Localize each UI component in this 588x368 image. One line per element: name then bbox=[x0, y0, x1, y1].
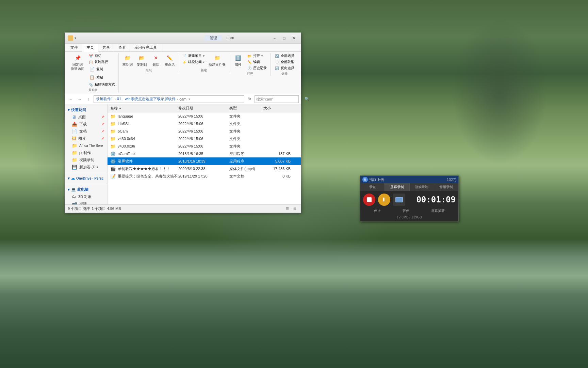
back-button[interactable]: ← bbox=[67, 95, 75, 103]
refresh-button[interactable]: ↻ bbox=[246, 95, 253, 103]
screen-capture-button[interactable] bbox=[393, 194, 405, 206]
minimize-button[interactable]: − bbox=[270, 35, 279, 42]
maximize-button[interactable]: □ bbox=[280, 35, 289, 42]
cut-label: 剪切 bbox=[95, 53, 101, 58]
this-pc-header[interactable]: ▾ 💻 此电脑 bbox=[65, 186, 107, 193]
manage-tab-title: 管理 bbox=[205, 35, 222, 41]
easy-access-btn[interactable]: ⚡ 轻松访问 ▾ bbox=[181, 59, 206, 65]
col-name-label: 名称 bbox=[110, 106, 118, 111]
close-button[interactable]: ✕ bbox=[289, 35, 298, 42]
sidebar-item-documents[interactable]: 📄 文档 bbox=[65, 128, 107, 135]
rw-tab-game[interactable]: 游戏录制 bbox=[410, 183, 434, 191]
tab-view[interactable]: 查看 bbox=[114, 44, 130, 51]
sidebar-item-drive-d[interactable]: 💾 新加卷 (D:) bbox=[65, 164, 107, 171]
rw-logo-text: 鱼 bbox=[364, 178, 366, 182]
rw-storage: 12.6MB / 139GB bbox=[360, 215, 458, 221]
table-row[interactable]: 📁 language 2022/4/6 15:06 文件夹 bbox=[108, 112, 301, 120]
select-all-btn[interactable]: ☑️ 全部选择 bbox=[273, 53, 296, 59]
address-path[interactable]: 录屏软件1 › 01、win系统点击这里下载录屏软件 › cam ▾ bbox=[94, 95, 244, 103]
sidebar-item-video-record[interactable]: 📁 视频录制 bbox=[65, 156, 107, 164]
path-dropdown-arrow[interactable]: ▾ bbox=[189, 97, 190, 101]
search-input[interactable] bbox=[256, 97, 303, 101]
clipboard-btns: ✂️ 剪切 📋 复制路径 📄 复制 📋 粘 bbox=[87, 53, 116, 87]
copy-icon: 📄 bbox=[88, 66, 95, 73]
new-item-btn[interactable]: 📄 新建项目 ▾ bbox=[181, 53, 206, 59]
file-size-cell: 5,087 KB bbox=[263, 159, 291, 163]
file-name-cell: 📁 oCam bbox=[110, 129, 178, 134]
table-row[interactable]: 📁 v430.0x64 2022/4/6 15:06 文件夹 bbox=[108, 135, 301, 142]
col-header-date[interactable]: 修改日期 bbox=[178, 106, 229, 111]
history-btn[interactable]: 🕐 历史记录 bbox=[246, 65, 268, 71]
video-record-folder-icon: 📁 bbox=[72, 157, 77, 163]
paste-btn[interactable]: 📋 粘贴 bbox=[87, 74, 116, 81]
recording-widget: 鱼 指旋上传 1027) 录鱼 屏幕录制 游戏录制 音频录制 ⏸ 00:01:0… bbox=[360, 175, 459, 221]
pin-label: 固定到快速访问 bbox=[71, 63, 84, 71]
ribbon-content: 📌 固定到快速访问 ✂️ 剪切 📋 复制路径 📄 bbox=[65, 52, 301, 94]
col-header-size[interactable]: 大小 bbox=[263, 106, 291, 111]
copy-path-btn[interactable]: 📋 复制路径 bbox=[87, 59, 116, 65]
rename-btn[interactable]: ✏️ 重命名 bbox=[163, 53, 176, 67]
sidebar-item-3d[interactable]: 🗂 3D 对象 bbox=[65, 193, 107, 200]
select-all-label: 全部选择 bbox=[281, 53, 294, 58]
file-type-cell: 文本文档 bbox=[229, 174, 263, 179]
sidebar-item-desktop[interactable]: 🖥 桌面 bbox=[65, 113, 107, 121]
table-row[interactable]: ⚙️ 录屏软件 2018/1/16 18:39 应用程序 5,087 KB bbox=[108, 157, 301, 165]
table-row[interactable]: 📁 oCam 2022/4/6 15:06 文件夹 bbox=[108, 127, 301, 135]
sidebar-item-pictures[interactable]: 🖼 图片 bbox=[65, 135, 107, 142]
delete-btn[interactable]: ✕ 删除 bbox=[150, 53, 162, 67]
tab-home[interactable]: 主页 bbox=[82, 44, 98, 52]
sidebar-item-downloads[interactable]: 📥 下载 bbox=[65, 121, 107, 128]
main-content: ▾ 快速访问 🖥 桌面 📥 下载 📄 文档 🖼 图片 bbox=[65, 104, 301, 204]
table-row[interactable]: ⚙️ oCamTask 2018/1/8 16:35 应用程序 137 KB bbox=[108, 150, 301, 157]
copy-to-btn[interactable]: 📂 复制到 bbox=[135, 53, 148, 67]
table-row[interactable]: 📝 重要提示：绿色安全、杀毒防火墙不能识... 2019/11/29 17:20… bbox=[108, 172, 301, 180]
col-header-type[interactable]: 类型 bbox=[229, 106, 263, 111]
ribbon-group-clipboard: 📌 固定到快速访问 ✂️ 剪切 📋 复制路径 📄 bbox=[68, 53, 119, 92]
copy-btn[interactable]: 📄 复制 bbox=[87, 65, 116, 73]
explorer-window: ▾ 管理 cam − □ ✕ 文件 主页 共享 查看 应用程序工具 bbox=[65, 32, 301, 213]
new-item-arrow: ▾ bbox=[203, 55, 205, 58]
invert-select-btn[interactable]: 🔄 反向选择 bbox=[273, 65, 296, 71]
pin-button[interactable]: 📌 固定到快速访问 bbox=[69, 53, 86, 72]
move-to-btn[interactable]: 📁 移动到 bbox=[121, 53, 134, 67]
file-size-cell: 137 KB bbox=[263, 152, 291, 156]
col-header-name[interactable]: 名称 ▲ bbox=[110, 106, 178, 111]
table-row[interactable]: 🎬 录制教程★★★★★必看！！！ 2020/6/10 22:38 媒体文件(.m… bbox=[108, 165, 301, 172]
properties-btn[interactable]: ℹ️ 属性 bbox=[232, 53, 244, 67]
paste-icon: 📋 bbox=[88, 74, 95, 81]
paste-shortcut-btn[interactable]: 📎 粘贴快捷方式 bbox=[87, 82, 116, 87]
tab-app-tools[interactable]: 应用程序工具 bbox=[130, 44, 161, 51]
invert-label: 反向选择 bbox=[281, 66, 294, 71]
open-btn[interactable]: 📂 打开 ▾ bbox=[246, 53, 268, 59]
table-row[interactable]: 📁 v430.0x86 2022/4/6 15:06 文件夹 bbox=[108, 142, 301, 150]
grid-view-btn[interactable]: ⊞ bbox=[291, 206, 298, 212]
file-name-cell: ⚙️ 录屏软件 bbox=[110, 159, 178, 164]
onedrive-header[interactable]: ▾ ☁ OneDrive - Persc bbox=[65, 175, 107, 182]
quick-access-header[interactable]: ▾ 快速访问 bbox=[65, 106, 107, 113]
new-folder-btn[interactable]: 📁 新建文件夹 bbox=[207, 53, 227, 67]
move-icon: 📁 bbox=[124, 54, 132, 62]
cut-btn[interactable]: ✂️ 剪切 bbox=[87, 53, 116, 59]
list-view-btn[interactable]: ☰ bbox=[284, 206, 291, 212]
rw-tab-fish[interactable]: 录鱼 bbox=[360, 183, 385, 191]
stop-button[interactable] bbox=[363, 194, 375, 206]
window-title: 管理 cam bbox=[169, 35, 271, 41]
up-button[interactable]: ↑ bbox=[85, 95, 92, 103]
forward-button[interactable]: → bbox=[76, 95, 83, 103]
edit-btn[interactable]: ✏️ 编辑 bbox=[246, 59, 268, 65]
table-row[interactable]: 📁 LibSSL 2022/4/6 15:06 文件夹 bbox=[108, 120, 301, 127]
select-none-btn[interactable]: ☐ 全部取消 bbox=[273, 59, 296, 65]
new-item-label: 新建项目 bbox=[188, 53, 202, 58]
paste-label: 粘贴 bbox=[96, 75, 103, 80]
sidebar-item-africa[interactable]: 📁 Africa The Sere bbox=[65, 142, 107, 149]
tab-share[interactable]: 共享 bbox=[98, 44, 114, 51]
tab-file[interactable]: 文件 bbox=[66, 44, 82, 51]
search-icon[interactable]: 🔍 bbox=[305, 97, 309, 101]
rw-tab-screen[interactable]: 屏幕录制 bbox=[385, 183, 409, 191]
status-bar: 9 个项目 选中 1 个项目 4.96 MB ☰ ⊞ bbox=[65, 204, 301, 213]
pause-button[interactable]: ⏸ bbox=[378, 194, 390, 206]
sidebar-item-videos[interactable]: 📹 视频 bbox=[65, 200, 107, 204]
history-label: 历史记录 bbox=[253, 66, 267, 71]
rw-tab-audio[interactable]: 音频录制 bbox=[434, 183, 458, 191]
sidebar-item-ps[interactable]: 📁 ps制作 bbox=[65, 149, 107, 156]
